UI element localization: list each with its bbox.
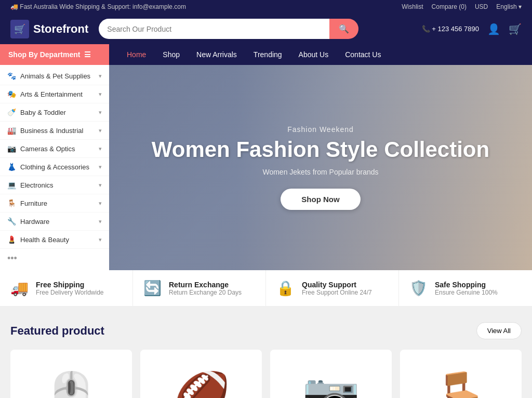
- health-icon: 💄: [7, 235, 16, 244]
- feature-safe-text: Safe Shopping Ensure Genuine 100%: [435, 281, 498, 296]
- header-right: 📞 + 123 456 7890 👤 🛒: [422, 23, 522, 35]
- baby-icon: 🍼: [7, 108, 16, 116]
- hero-title: Women Fashion Style Collection: [152, 138, 489, 162]
- chevron-icon: ▾: [99, 236, 102, 243]
- feature-return: 🔄 Return Exchange Return Exchange 20 Day…: [133, 270, 266, 306]
- clothing-icon: 👗: [7, 163, 16, 171]
- hero-banner: Fashion Weekend Women Fashion Style Coll…: [109, 65, 532, 270]
- language-selector[interactable]: English ▾: [496, 3, 522, 10]
- chevron-icon: ▾: [99, 200, 102, 207]
- phone-number: 📞 + 123 456 7890: [422, 25, 479, 33]
- chevron-icon: ▾: [99, 182, 102, 189]
- chevron-icon: ▾: [99, 127, 102, 134]
- top-bar: 🚚 Fast Australia Wide Shipping & Support…: [0, 0, 532, 14]
- hero-description: Women Jekets from Popular brands: [152, 168, 489, 176]
- return-icon: 🔄: [143, 280, 162, 297]
- shipping-text: 🚚 Fast Australia Wide Shipping & Support…: [10, 3, 186, 10]
- nav-contact[interactable]: Contact Us: [338, 44, 388, 65]
- sidebar-item-clothing[interactable]: 👗Clothing & Accessories ▾: [0, 158, 109, 176]
- return-desc: Return Exchange 20 Days: [169, 289, 242, 296]
- product-image-1: 🏈: [140, 350, 262, 398]
- safe-desc: Ensure Genuine 100%: [435, 289, 498, 296]
- shipping-icon: 🚚: [10, 280, 29, 297]
- product-image-0: 🖱️: [10, 350, 132, 398]
- support-icon: 🔒: [276, 280, 295, 297]
- product-image-3: 🪑: [400, 350, 522, 398]
- shop-now-button[interactable]: Shop Now: [281, 189, 360, 210]
- product-image-2: 📷: [270, 350, 392, 398]
- products-grid: 🖱️ Add 🛒 ★★★★☆ Deal Seeker Product Title…: [10, 350, 522, 398]
- logo-text: Storefront: [33, 22, 88, 36]
- chevron-icon: ▾: [99, 91, 102, 98]
- safe-title: Safe Shopping: [435, 281, 498, 289]
- product-card-1: 🏈 Add 🛒 ★★★★☆ Deal Seeker Product Title …: [140, 350, 262, 398]
- product-card-2: 📷 Add 🛒 ★★★★☆ Deal Seeker Product Title …: [270, 350, 392, 398]
- header: 🛒 Storefront 🔍 📞 + 123 456 7890 👤 🛒: [0, 14, 532, 44]
- sidebar-item-hardware[interactable]: 🔧Hardware ▾: [0, 213, 109, 231]
- logo-icon: 🛒: [10, 20, 29, 38]
- logo[interactable]: 🛒 Storefront: [10, 20, 88, 38]
- user-icon[interactable]: 👤: [487, 23, 500, 35]
- sidebar-item-business[interactable]: 🏭Business & Industrial ▾: [0, 122, 109, 140]
- feature-support: 🔒 Quality Support Free Support Online 24…: [266, 270, 399, 306]
- sidebar-item-baby[interactable]: 🍼Baby & Toddler ▾: [0, 103, 109, 122]
- search-bar: 🔍: [99, 19, 358, 39]
- nav-shop[interactable]: Shop: [155, 44, 187, 65]
- nav-trending[interactable]: Trending: [246, 44, 289, 65]
- section-header: Featured product View All: [10, 322, 522, 339]
- feature-return-text: Return Exchange Return Exchange 20 Days: [169, 281, 242, 296]
- sidebar-more[interactable]: •••: [0, 249, 109, 268]
- hero-subtitle: Fashion Weekend: [152, 125, 489, 134]
- product-thumbnail-camera: 📷: [302, 369, 360, 399]
- chevron-icon: ▾: [99, 73, 102, 79]
- wishlist-link[interactable]: Wishlist: [402, 3, 423, 10]
- sidebar-item-electronics[interactable]: 💻Electronics ▾: [0, 176, 109, 194]
- animals-icon: 🐾: [7, 72, 16, 80]
- feature-support-text: Quality Support Free Support Online 24/7: [302, 281, 372, 296]
- search-input[interactable]: [99, 19, 329, 39]
- top-bar-left: 🚚 Fast Australia Wide Shipping & Support…: [10, 3, 186, 10]
- cameras-icon: 📷: [7, 144, 16, 153]
- hardware-icon: 🔧: [7, 217, 16, 225]
- department-button[interactable]: Shop By Department ☰: [0, 44, 109, 65]
- product-thumbnail-chair: 🪑: [432, 369, 490, 399]
- sidebar-item-health[interactable]: 💄Health & Beauty ▾: [0, 231, 109, 249]
- product-thumbnail-helmet: 🏈: [172, 369, 230, 399]
- dept-label: Shop By Department: [8, 50, 80, 59]
- sidebar: 🐾Animals & Pet Supplies ▾ 🎭Arts & Entert…: [0, 65, 109, 270]
- section-title: Featured product: [10, 324, 104, 338]
- electronics-icon: 💻: [7, 181, 16, 189]
- main-nav: Home Shop New Arrivals Trending About Us…: [109, 44, 398, 65]
- arts-icon: 🎭: [7, 90, 16, 98]
- sidebar-item-arts[interactable]: 🎭Arts & Entertainment ▾: [0, 85, 109, 103]
- chevron-icon: ▾: [99, 218, 102, 225]
- product-thumbnail-mouse: 🖱️: [42, 369, 100, 399]
- chevron-icon: ▾: [99, 145, 102, 152]
- features-bar: 🚚 Free Shipping Free Delivery Worldwide …: [0, 270, 532, 307]
- compare-link[interactable]: Compare (0): [432, 3, 467, 10]
- nav-about[interactable]: About Us: [291, 44, 336, 65]
- chevron-icon: ▾: [99, 109, 102, 116]
- products-section: Featured product View All 🖱️ Add 🛒 ★★★★☆…: [0, 307, 532, 398]
- sidebar-item-animals[interactable]: 🐾Animals & Pet Supplies ▾: [0, 67, 109, 85]
- furniture-icon: 🪑: [7, 199, 16, 207]
- shipping-desc: Free Delivery Worldwide: [36, 289, 103, 296]
- product-card-3: 🪑 Add 🛒 ★★★★☆ Deal Seeker Product Title …: [400, 350, 522, 398]
- content-wrapper: 🐾Animals & Pet Supplies ▾ 🎭Arts & Entert…: [0, 65, 532, 270]
- sidebar-item-cameras[interactable]: 📷Cameras & Optics ▾: [0, 140, 109, 158]
- business-icon: 🏭: [7, 126, 16, 135]
- currency-selector[interactable]: USD: [475, 3, 488, 10]
- product-card-0: 🖱️ Add 🛒 ★★★★☆ Deal Seeker Product Title…: [10, 350, 132, 398]
- nav-wrapper: Shop By Department ☰ Home Shop New Arriv…: [0, 44, 532, 65]
- nav-new-arrivals[interactable]: New Arrivals: [189, 44, 244, 65]
- feature-shipping-text: Free Shipping Free Delivery Worldwide: [36, 281, 103, 296]
- cart-icon[interactable]: 🛒: [509, 23, 522, 35]
- sidebar-item-furniture[interactable]: 🪑Furniture ▾: [0, 194, 109, 213]
- view-all-button[interactable]: View All: [476, 322, 522, 339]
- menu-icon: ☰: [84, 50, 91, 59]
- search-button[interactable]: 🔍: [329, 19, 358, 39]
- top-bar-right: Wishlist Compare (0) USD English ▾: [402, 3, 522, 10]
- nav-home[interactable]: Home: [119, 44, 153, 65]
- safe-icon: 🛡️: [409, 280, 428, 297]
- feature-safe: 🛡️ Safe Shopping Ensure Genuine 100%: [399, 270, 532, 306]
